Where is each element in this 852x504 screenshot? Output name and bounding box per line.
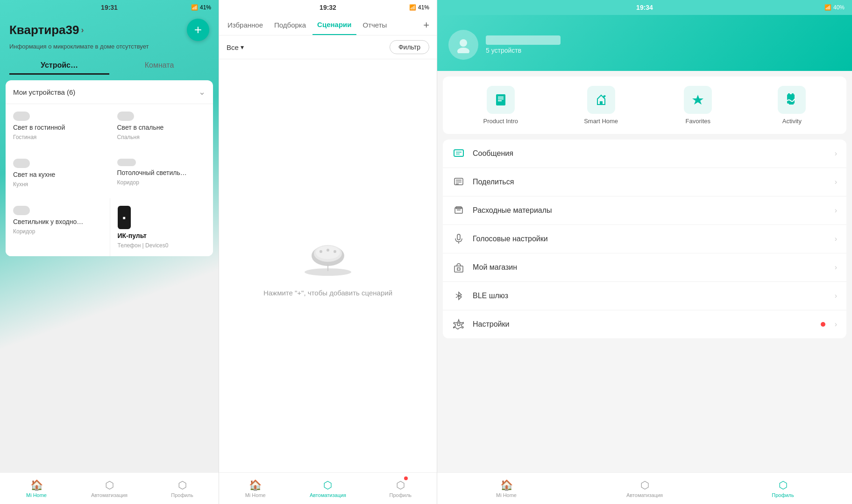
nav-label-automation: Автоматизация <box>626 492 663 498</box>
device-card-light-kitchen[interactable]: Свет на кухне Кухня <box>6 151 109 198</box>
add-device-button[interactable]: + <box>187 19 209 41</box>
device-card-hallway-light[interactable]: Светильник у входно… Коридор <box>6 198 109 256</box>
nav-label-profile: Профиль <box>772 492 794 498</box>
product-intro-label: Product Intro <box>483 118 518 125</box>
device-room: Телефон | Devices0 <box>118 242 206 249</box>
panel3-icons-section: Product Intro Smart Home Fav <box>443 77 846 134</box>
activity-icon-circle <box>778 86 806 114</box>
chevron-right-icon: › <box>835 178 837 186</box>
device-name: Потолочный светиль… <box>117 169 206 176</box>
panel2-bottom-nav: 🏠 Mi Home ⬡ Автоматизация ⬡ Профиль <box>219 472 437 504</box>
all-label: Все <box>227 43 239 51</box>
favorites-label: Favorites <box>686 118 710 125</box>
device-icon-light <box>13 206 30 215</box>
panel1-statusbar: 19:31 📶 41% <box>0 0 219 15</box>
add-scenario-button[interactable]: + <box>419 15 433 35</box>
device-card-ceiling-light[interactable]: Потолочный светиль… Коридор <box>110 151 213 198</box>
menu-label-settings: Настройки <box>473 320 813 329</box>
tab-reports[interactable]: Отчеты <box>358 15 392 35</box>
chevron-right-icon: › <box>81 25 84 35</box>
product-intro-icon-circle <box>487 86 515 114</box>
svg-rect-17 <box>789 102 794 105</box>
menu-item-voice[interactable]: Голосовые настройки › <box>443 225 846 253</box>
svg-rect-10 <box>496 94 505 105</box>
panel1-subtitle: Информация о микроклимате в доме отсутст… <box>9 43 209 50</box>
menu-item-ble[interactable]: BLE шлюз › <box>443 282 846 310</box>
profile-icon: ⬡ <box>396 479 405 491</box>
nav-label-automation: Автоматизация <box>91 492 128 498</box>
dropdown-icon: ▾ <box>241 43 244 51</box>
device-card-light-bedroom[interactable]: Свет в спальне Спальня <box>110 104 213 151</box>
nav-item-profile[interactable]: ⬡ Профиль <box>146 473 219 504</box>
menu-item-settings[interactable]: Настройки › <box>443 310 846 338</box>
tab-favorites[interactable]: Избранное <box>223 15 268 35</box>
panel2-tabs: Избранное Подборка Сценарии Отчеты + <box>219 15 437 35</box>
menu-label-messages: Сообщения <box>473 149 827 158</box>
automation-icon: ⬡ <box>640 479 649 491</box>
chevron-right-icon: › <box>835 292 837 300</box>
nav-label-home: Mi Home <box>26 492 47 498</box>
device-name: Свет в спальне <box>117 124 206 131</box>
automation-icon: ⬡ <box>323 479 332 491</box>
device-icon-ir: ■ <box>118 206 131 229</box>
shop-icon <box>452 261 465 274</box>
signal-icon: 📶 <box>191 4 198 11</box>
panel-scenarios: 19:32 📶 41% Избранное Подборка Сценарии … <box>219 0 437 504</box>
tab-rooms[interactable]: Комната <box>109 57 209 75</box>
device-icon-light <box>117 112 134 121</box>
panel1-devices-grid: Свет в гостинной Гостиная Свет в спальне… <box>6 104 213 256</box>
profile-icon: ⬡ <box>178 479 187 491</box>
panel1-status-icons: 📶 41% <box>191 0 211 15</box>
svg-point-8 <box>460 39 467 47</box>
device-card-ir-remote[interactable]: ■ ИК-пульт Телефон | Devices0 <box>110 198 213 256</box>
tab-scenarios[interactable]: Сценарии <box>312 15 356 35</box>
tab-selection[interactable]: Подборка <box>270 15 311 35</box>
nav-item-profile[interactable]: ⬡ Профиль <box>714 473 852 504</box>
nav-item-home[interactable]: 🏠 Mi Home <box>219 473 291 504</box>
panel3-user-info: 5 устройств <box>486 35 561 54</box>
nav-item-automation[interactable]: ⬡ Автоматизация <box>291 473 364 504</box>
profile-icon-favorites[interactable]: Favorites <box>684 86 712 125</box>
nav-item-automation[interactable]: ⬡ Автоматизация <box>73 473 146 504</box>
panel3-header: 5 устройств <box>437 15 852 71</box>
user-avatar[interactable] <box>448 30 478 60</box>
consumables-icon <box>452 204 465 217</box>
nav-item-home[interactable]: 🏠 Mi Home <box>437 473 575 504</box>
all-filter-button[interactable]: Все ▾ <box>227 43 244 51</box>
nav-item-profile[interactable]: ⬡ Профиль <box>364 473 437 504</box>
panel2-status-icons: 📶 41% <box>409 0 429 15</box>
tab-devices[interactable]: Устройс… <box>9 57 109 75</box>
battery-icon: 41% <box>418 4 429 11</box>
device-name: Свет в гостинной <box>13 124 102 131</box>
voice-icon <box>452 232 465 245</box>
menu-item-share[interactable]: Поделиться › <box>443 168 846 196</box>
svg-rect-33 <box>457 268 460 270</box>
panel3-status-icons: 📶 40% <box>824 0 845 15</box>
profile-icon-smart-home[interactable]: Smart Home <box>584 86 618 125</box>
profile-icon-activity[interactable]: Activity <box>778 86 806 125</box>
svg-rect-14 <box>600 101 603 105</box>
panel-mihome: 19:31 📶 41% Квартира39 › + Информация о … <box>0 0 219 504</box>
nav-item-automation[interactable]: ⬡ Автоматизация <box>575 473 714 504</box>
panel1-time: 19:31 <box>101 4 118 11</box>
panel3-menu: Сообщения › Поделиться › <box>443 140 846 338</box>
menu-item-shop[interactable]: Мой магазин › <box>443 253 846 282</box>
home-icon: 🏠 <box>500 479 513 491</box>
favorites-icon-circle <box>684 86 712 114</box>
profile-icon-product-intro[interactable]: Product Intro <box>483 86 518 125</box>
profile-icon: ⬡ <box>779 479 788 491</box>
device-name: ИК-пульт <box>118 232 206 239</box>
home-icon: 🏠 <box>249 479 262 491</box>
signal-icon: 📶 <box>409 4 416 11</box>
svg-point-4 <box>316 246 340 259</box>
panel1-devices-header[interactable]: Мои устройства (6) ⌄ <box>6 80 213 104</box>
menu-label-voice: Голосовые настройки <box>473 235 827 243</box>
panel2-empty-state: Нажмите "+", чтобы добавить сценарий <box>219 59 437 472</box>
filter-button[interactable]: Фильтр <box>390 40 429 54</box>
menu-item-consumables[interactable]: Расходные материалы › <box>443 196 846 225</box>
device-card-light-living[interactable]: Свет в гостинной Гостиная <box>6 104 109 151</box>
nav-item-home[interactable]: 🏠 Mi Home <box>0 473 73 504</box>
menu-item-messages[interactable]: Сообщения › <box>443 140 846 168</box>
svg-point-9 <box>457 48 469 53</box>
device-icon-light <box>13 159 30 168</box>
